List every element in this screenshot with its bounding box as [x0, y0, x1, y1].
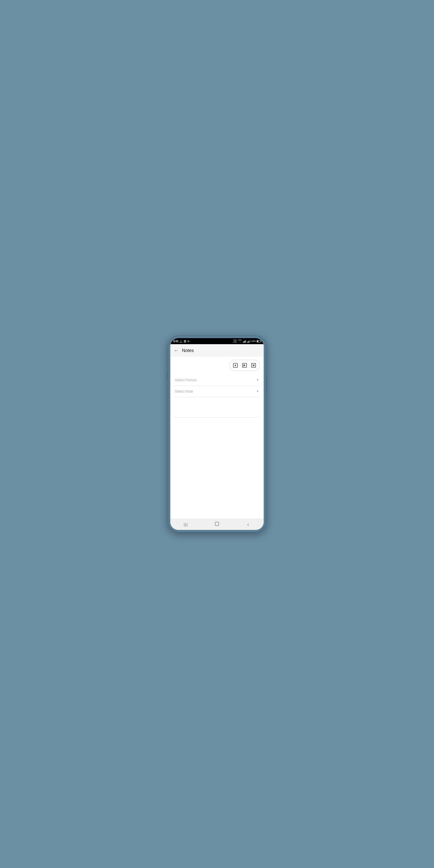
- mail-icon: ✉: [187, 340, 189, 343]
- home-button[interactable]: [202, 519, 232, 530]
- back-nav-button[interactable]: ‹: [232, 519, 264, 530]
- toolbar: [174, 360, 260, 371]
- close-icon: [251, 363, 256, 368]
- lte-label: Vo)) LTE1: [233, 339, 237, 343]
- close-button[interactable]: [249, 361, 258, 370]
- add-note-icon: [232, 363, 238, 368]
- status-right: Vo)) LTE1 LTE+ ↑↓: [233, 339, 261, 343]
- image-icon: 🖼: [184, 340, 186, 343]
- app-bar: ← Notes: [170, 344, 264, 357]
- signal-bars-2: [247, 340, 251, 343]
- bottom-nav: ||| ‹: [170, 519, 264, 530]
- add-note-button[interactable]: [231, 361, 240, 370]
- edit-icon: [242, 363, 247, 368]
- back-button[interactable]: ←: [174, 348, 178, 353]
- select-note-dropdown[interactable]: Select Note ▼: [174, 386, 260, 397]
- recent-apps-icon: |||: [184, 523, 188, 527]
- phone-frame: 8:02 0 KB/s 🖼 ✉ • Vo)) LTE1 LTE+ ↑↓: [168, 336, 266, 532]
- icon-group: [229, 360, 260, 371]
- battery-fill: [257, 341, 258, 342]
- battery-percent: 43%: [251, 340, 256, 342]
- back-nav-icon: ‹: [247, 522, 249, 527]
- svg-rect-3: [243, 363, 247, 368]
- edit-button[interactable]: [240, 361, 249, 370]
- select-person-dropdown[interactable]: Select Person ▼: [174, 374, 260, 386]
- svg-rect-10: [215, 522, 219, 526]
- select-person-label: Select Person: [175, 378, 197, 382]
- battery-icon: [257, 340, 261, 342]
- recent-apps-button[interactable]: |||: [170, 519, 202, 530]
- chevron-down-icon: ▼: [256, 378, 259, 382]
- lte2-label: LTE+ ↑↓: [238, 339, 242, 343]
- select-note-label: Select Note: [175, 389, 193, 393]
- signal-bars-1: [243, 340, 246, 343]
- content-area: Select Person ▼ Select Note ▼: [170, 357, 264, 519]
- dot-icon: •: [190, 340, 191, 342]
- status-kb: 0 KB/s: [179, 339, 183, 343]
- phone-screen: 8:02 0 KB/s 🖼 ✉ • Vo)) LTE1 LTE+ ↑↓: [170, 338, 264, 530]
- svg-line-4: [243, 364, 244, 366]
- chevron-down-icon-2: ▼: [256, 390, 259, 393]
- status-bar: 8:02 0 KB/s 🖼 ✉ • Vo)) LTE1 LTE+ ↑↓: [170, 338, 264, 344]
- status-time: 8:02: [173, 340, 178, 343]
- page-title: Notes: [182, 348, 194, 353]
- home-icon: [215, 521, 219, 528]
- status-left: 8:02 0 KB/s 🖼 ✉ •: [173, 339, 191, 343]
